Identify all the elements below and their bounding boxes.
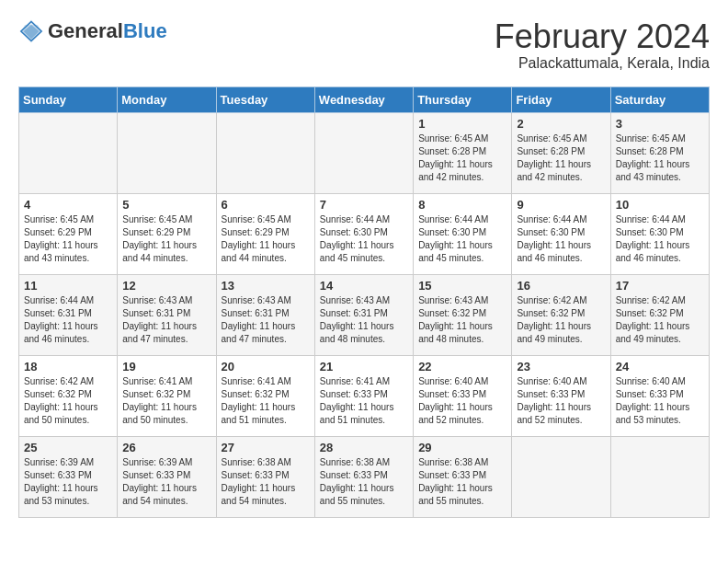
calendar-cell: 23Sunrise: 6:40 AM Sunset: 6:33 PM Dayli… — [512, 355, 610, 436]
header-thursday: Thursday — [414, 86, 512, 112]
day-number: 21 — [320, 360, 408, 373]
calendar-cell: 15Sunrise: 6:43 AM Sunset: 6:32 PM Dayli… — [414, 274, 512, 355]
calendar-week-4: 18Sunrise: 6:42 AM Sunset: 6:32 PM Dayli… — [19, 355, 710, 436]
calendar-cell: 19Sunrise: 6:41 AM Sunset: 6:32 PM Dayli… — [118, 355, 216, 436]
day-info: Sunrise: 6:40 AM Sunset: 6:33 PM Dayligh… — [517, 375, 605, 427]
logo-icon — [18, 18, 44, 44]
calendar-cell: 24Sunrise: 6:40 AM Sunset: 6:33 PM Dayli… — [610, 355, 709, 436]
calendar-cell: 9Sunrise: 6:44 AM Sunset: 6:30 PM Daylig… — [512, 193, 610, 274]
day-info: Sunrise: 6:42 AM Sunset: 6:32 PM Dayligh… — [24, 375, 112, 427]
calendar-cell: 4Sunrise: 6:45 AM Sunset: 6:29 PM Daylig… — [19, 193, 118, 274]
day-number: 27 — [222, 441, 310, 454]
day-info: Sunrise: 6:43 AM Sunset: 6:31 PM Dayligh… — [320, 294, 408, 346]
day-number: 3 — [616, 117, 704, 131]
calendar-cell: 17Sunrise: 6:42 AM Sunset: 6:32 PM Dayli… — [610, 274, 709, 355]
calendar-subtitle: Palackattumala, Kerala, India — [495, 55, 710, 72]
day-info: Sunrise: 6:45 AM Sunset: 6:28 PM Dayligh… — [616, 132, 704, 184]
day-info: Sunrise: 6:43 AM Sunset: 6:32 PM Dayligh… — [418, 294, 506, 346]
day-number: 12 — [122, 279, 210, 293]
day-number: 8 — [418, 198, 506, 212]
calendar-cell: 20Sunrise: 6:41 AM Sunset: 6:32 PM Dayli… — [216, 355, 314, 436]
day-number: 19 — [122, 360, 210, 373]
day-info: Sunrise: 6:38 AM Sunset: 6:33 PM Dayligh… — [320, 456, 408, 508]
day-number: 29 — [418, 441, 506, 454]
day-info: Sunrise: 6:44 AM Sunset: 6:30 PM Dayligh… — [418, 213, 506, 265]
day-number: 11 — [24, 279, 112, 293]
day-number: 2 — [517, 117, 605, 131]
day-number: 4 — [24, 198, 112, 212]
calendar-cell — [216, 112, 314, 193]
day-number: 7 — [320, 198, 408, 212]
header-tuesday: Tuesday — [216, 86, 314, 112]
calendar-title: February 2024 — [495, 18, 710, 55]
day-info: Sunrise: 6:41 AM Sunset: 6:32 PM Dayligh… — [222, 375, 310, 427]
day-info: Sunrise: 6:43 AM Sunset: 6:31 PM Dayligh… — [222, 294, 310, 346]
day-number: 17 — [616, 279, 704, 293]
day-info: Sunrise: 6:44 AM Sunset: 6:30 PM Dayligh… — [616, 213, 704, 265]
header-sunday: Sunday — [19, 86, 118, 112]
calendar-week-1: 1Sunrise: 6:45 AM Sunset: 6:28 PM Daylig… — [19, 112, 710, 193]
day-info: Sunrise: 6:41 AM Sunset: 6:33 PM Dayligh… — [320, 375, 408, 427]
day-info: Sunrise: 6:38 AM Sunset: 6:33 PM Dayligh… — [222, 456, 310, 508]
calendar-cell: 12Sunrise: 6:43 AM Sunset: 6:31 PM Dayli… — [118, 274, 216, 355]
calendar-table: SundayMondayTuesdayWednesdayThursdayFrid… — [18, 86, 710, 518]
day-info: Sunrise: 6:45 AM Sunset: 6:29 PM Dayligh… — [122, 213, 210, 265]
calendar-cell: 22Sunrise: 6:40 AM Sunset: 6:33 PM Dayli… — [414, 355, 512, 436]
day-number: 9 — [517, 198, 605, 212]
calendar-cell: 1Sunrise: 6:45 AM Sunset: 6:28 PM Daylig… — [414, 112, 512, 193]
day-number: 26 — [122, 441, 210, 454]
calendar-cell: 8Sunrise: 6:44 AM Sunset: 6:30 PM Daylig… — [414, 193, 512, 274]
day-info: Sunrise: 6:43 AM Sunset: 6:31 PM Dayligh… — [122, 294, 210, 346]
page-header: GeneralBlue February 2024 Palackattumala… — [18, 18, 710, 72]
calendar-cell: 18Sunrise: 6:42 AM Sunset: 6:32 PM Dayli… — [19, 355, 118, 436]
day-info: Sunrise: 6:39 AM Sunset: 6:33 PM Dayligh… — [24, 456, 112, 508]
calendar-cell: 21Sunrise: 6:41 AM Sunset: 6:33 PM Dayli… — [314, 355, 413, 436]
day-info: Sunrise: 6:42 AM Sunset: 6:32 PM Dayligh… — [616, 294, 704, 346]
calendar-cell: 11Sunrise: 6:44 AM Sunset: 6:31 PM Dayli… — [19, 274, 118, 355]
day-number: 5 — [122, 198, 210, 212]
day-info: Sunrise: 6:45 AM Sunset: 6:28 PM Dayligh… — [517, 132, 605, 184]
day-number: 1 — [418, 117, 506, 131]
day-info: Sunrise: 6:44 AM Sunset: 6:30 PM Dayligh… — [320, 213, 408, 265]
day-number: 20 — [222, 360, 310, 373]
day-number: 23 — [517, 360, 605, 373]
day-number: 18 — [24, 360, 112, 373]
calendar-cell — [314, 112, 413, 193]
day-number: 15 — [418, 279, 506, 293]
calendar-week-3: 11Sunrise: 6:44 AM Sunset: 6:31 PM Dayli… — [19, 274, 710, 355]
calendar-cell — [19, 112, 118, 193]
day-number: 22 — [418, 360, 506, 373]
day-number: 10 — [616, 198, 704, 212]
day-info: Sunrise: 6:44 AM Sunset: 6:31 PM Dayligh… — [24, 294, 112, 346]
calendar-cell: 25Sunrise: 6:39 AM Sunset: 6:33 PM Dayli… — [19, 436, 118, 517]
day-number: 6 — [222, 198, 310, 212]
calendar-cell: 10Sunrise: 6:44 AM Sunset: 6:30 PM Dayli… — [610, 193, 709, 274]
day-info: Sunrise: 6:42 AM Sunset: 6:32 PM Dayligh… — [517, 294, 605, 346]
calendar-cell: 14Sunrise: 6:43 AM Sunset: 6:31 PM Dayli… — [314, 274, 413, 355]
header-wednesday: Wednesday — [314, 86, 413, 112]
title-area: February 2024 Palackattumala, Kerala, In… — [495, 18, 710, 72]
calendar-cell: 7Sunrise: 6:44 AM Sunset: 6:30 PM Daylig… — [314, 193, 413, 274]
day-info: Sunrise: 6:41 AM Sunset: 6:32 PM Dayligh… — [122, 375, 210, 427]
calendar-cell: 28Sunrise: 6:38 AM Sunset: 6:33 PM Dayli… — [314, 436, 413, 517]
calendar-cell: 13Sunrise: 6:43 AM Sunset: 6:31 PM Dayli… — [216, 274, 314, 355]
day-number: 13 — [222, 279, 310, 293]
calendar-cell: 27Sunrise: 6:38 AM Sunset: 6:33 PM Dayli… — [216, 436, 314, 517]
calendar-cell — [610, 436, 709, 517]
header-monday: Monday — [118, 86, 216, 112]
day-info: Sunrise: 6:38 AM Sunset: 6:33 PM Dayligh… — [418, 456, 506, 508]
calendar-cell — [512, 436, 610, 517]
calendar-cell: 5Sunrise: 6:45 AM Sunset: 6:29 PM Daylig… — [118, 193, 216, 274]
calendar-week-5: 25Sunrise: 6:39 AM Sunset: 6:33 PM Dayli… — [19, 436, 710, 517]
calendar-cell: 3Sunrise: 6:45 AM Sunset: 6:28 PM Daylig… — [610, 112, 709, 193]
calendar-cell: 16Sunrise: 6:42 AM Sunset: 6:32 PM Dayli… — [512, 274, 610, 355]
day-number: 16 — [517, 279, 605, 293]
day-number: 28 — [320, 441, 408, 454]
header-saturday: Saturday — [610, 86, 709, 112]
day-info: Sunrise: 6:44 AM Sunset: 6:30 PM Dayligh… — [517, 213, 605, 265]
calendar-cell — [118, 112, 216, 193]
calendar-header-row: SundayMondayTuesdayWednesdayThursdayFrid… — [19, 86, 710, 112]
day-number: 25 — [24, 441, 112, 454]
logo-general: GeneralBlue — [48, 19, 167, 43]
calendar-cell: 2Sunrise: 6:45 AM Sunset: 6:28 PM Daylig… — [512, 112, 610, 193]
